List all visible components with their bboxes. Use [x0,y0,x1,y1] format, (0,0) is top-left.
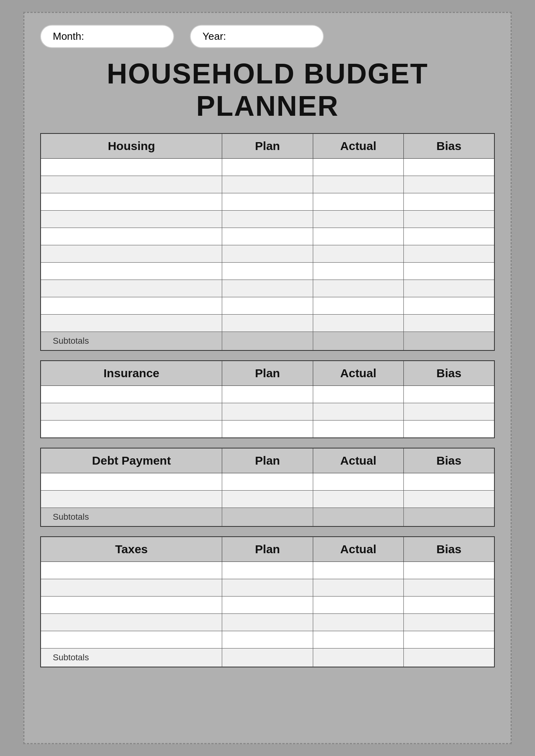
housing-subtotals-cell[interactable] [313,332,403,351]
table-cell[interactable] [41,421,222,438]
table-cell[interactable] [404,490,494,508]
table-cell[interactable] [41,386,222,403]
table-cell[interactable] [404,596,494,613]
table-cell[interactable] [404,403,494,421]
debt-payment-subtotals-row: Subtotals [41,508,494,526]
table-cell[interactable] [41,176,222,193]
table-cell[interactable] [313,579,403,596]
table-cell[interactable] [313,421,403,438]
table-cell[interactable] [313,211,403,228]
table-cell[interactable] [313,613,403,631]
table-cell[interactable] [313,280,403,297]
table-cell[interactable] [404,297,494,315]
table-cell[interactable] [404,613,494,631]
debt-payment-subtotals-cell[interactable] [404,508,494,526]
table-cell[interactable] [222,245,313,263]
table-cell[interactable] [404,579,494,596]
table-cell[interactable] [313,176,403,193]
table-cell[interactable] [313,631,403,648]
table-row [41,176,494,193]
table-cell[interactable] [222,263,313,280]
table-cell[interactable] [404,386,494,403]
table-debt-payment: Debt PaymentPlanActualBiasSubtotals [40,448,495,527]
taxes-subtotals-cell[interactable] [404,648,494,667]
table-cell[interactable] [41,280,222,297]
table-cell[interactable] [41,596,222,613]
table-cell[interactable] [41,159,222,176]
table-cell[interactable] [222,473,313,490]
table-cell[interactable] [313,159,403,176]
table-cell[interactable] [222,297,313,315]
table-cell[interactable] [41,631,222,648]
debt-payment-subtotals-cell[interactable] [222,508,313,526]
table-cell[interactable] [404,211,494,228]
table-cell[interactable] [404,159,494,176]
table-cell[interactable] [222,211,313,228]
table-cell[interactable] [41,561,222,579]
table-cell[interactable] [313,403,403,421]
table-cell[interactable] [404,315,494,332]
table-cell[interactable] [222,315,313,332]
table-cell[interactable] [41,579,222,596]
table-cell[interactable] [313,386,403,403]
table-cell[interactable] [41,490,222,508]
table-cell[interactable] [313,561,403,579]
table-cell[interactable] [222,421,313,438]
table-cell[interactable] [41,613,222,631]
table-cell[interactable] [404,245,494,263]
table-row [41,421,494,438]
table-cell[interactable] [222,579,313,596]
table-cell[interactable] [222,386,313,403]
table-cell[interactable] [313,297,403,315]
table-cell[interactable] [41,263,222,280]
table-cell[interactable] [313,490,403,508]
table-cell[interactable] [313,245,403,263]
month-field[interactable]: Month: [40,25,174,48]
table-cell[interactable] [313,263,403,280]
table-cell[interactable] [404,561,494,579]
table-cell[interactable] [313,473,403,490]
table-cell[interactable] [222,176,313,193]
year-field[interactable]: Year: [190,25,324,48]
table-cell[interactable] [41,315,222,332]
debt-payment-actual-header: Actual [313,448,403,473]
table-cell[interactable] [404,473,494,490]
debt-payment-subtotals-cell[interactable] [313,508,403,526]
taxes-subtotals-cell[interactable] [313,648,403,667]
table-cell[interactable] [41,211,222,228]
table-cell[interactable] [222,596,313,613]
table-cell[interactable] [404,263,494,280]
table-insurance: InsurancePlanActualBias [40,360,495,438]
housing-subtotals-row: Subtotals [41,332,494,351]
table-cell[interactable] [313,596,403,613]
table-cell[interactable] [404,280,494,297]
housing-subtotals-cell[interactable] [404,332,494,351]
table-cell[interactable] [404,631,494,648]
table-cell[interactable] [222,631,313,648]
table-cell[interactable] [41,245,222,263]
table-cell[interactable] [222,490,313,508]
housing-subtotals-cell[interactable] [222,332,313,351]
table-cell[interactable] [41,297,222,315]
table-cell[interactable] [222,159,313,176]
taxes-subtotals-cell[interactable] [222,648,313,667]
table-cell[interactable] [41,403,222,421]
table-cell[interactable] [222,613,313,631]
table-cell[interactable] [222,193,313,211]
table-cell[interactable] [313,315,403,332]
taxes-plan-header: Plan [222,537,313,562]
table-cell[interactable] [41,473,222,490]
table-cell[interactable] [313,228,403,245]
table-cell[interactable] [404,228,494,245]
table-cell[interactable] [404,193,494,211]
table-cell[interactable] [313,193,403,211]
table-cell[interactable] [222,228,313,245]
table-cell[interactable] [41,193,222,211]
table-cell[interactable] [404,421,494,438]
table-cell[interactable] [41,228,222,245]
table-cell[interactable] [222,561,313,579]
table-cell[interactable] [404,176,494,193]
table-cell[interactable] [222,280,313,297]
table-cell[interactable] [222,403,313,421]
table-row [41,613,494,631]
